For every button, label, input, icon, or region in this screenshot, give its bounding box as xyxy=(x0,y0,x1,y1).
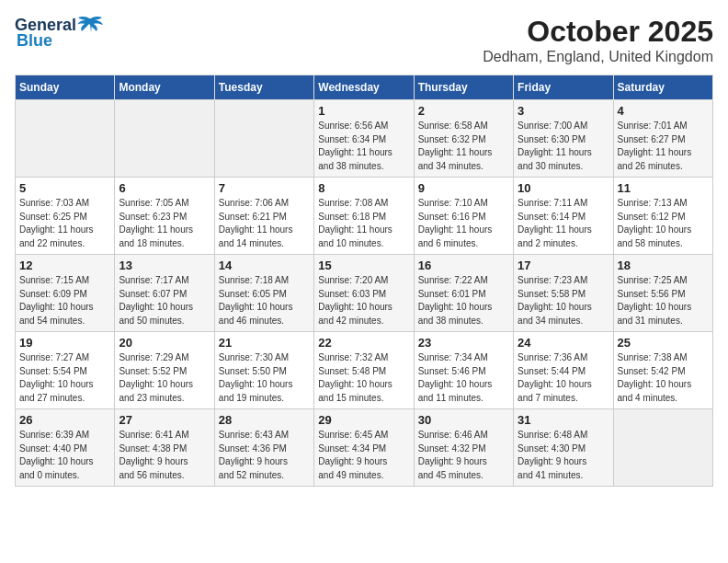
day-number: 23 xyxy=(418,336,509,350)
calendar-cell: 17Sunrise: 7:23 AM Sunset: 5:58 PM Dayli… xyxy=(514,255,613,332)
day-info: Sunrise: 7:22 AM Sunset: 6:01 PM Dayligh… xyxy=(418,274,509,327)
calendar-cell: 7Sunrise: 7:06 AM Sunset: 6:21 PM Daylig… xyxy=(214,178,313,255)
calendar-cell: 15Sunrise: 7:20 AM Sunset: 6:03 PM Dayli… xyxy=(314,255,414,332)
calendar-cell: 18Sunrise: 7:25 AM Sunset: 5:56 PM Dayli… xyxy=(613,255,712,332)
day-number: 4 xyxy=(618,104,709,118)
day-number: 13 xyxy=(119,259,210,272)
calendar-cell: 4Sunrise: 7:01 AM Sunset: 6:27 PM Daylig… xyxy=(613,100,712,178)
calendar-cell: 20Sunrise: 7:29 AM Sunset: 5:52 PM Dayli… xyxy=(115,332,214,409)
column-header-saturday: Saturday xyxy=(613,75,712,100)
calendar-cell: 12Sunrise: 7:15 AM Sunset: 6:09 PM Dayli… xyxy=(16,255,115,332)
day-number: 8 xyxy=(318,181,409,195)
calendar-cell xyxy=(214,100,313,178)
title-block: October 2025 Dedham, England, United Kin… xyxy=(483,15,713,65)
calendar-cell: 19Sunrise: 7:27 AM Sunset: 5:54 PM Dayli… xyxy=(16,332,115,409)
day-number: 5 xyxy=(19,181,110,195)
calendar-cell: 21Sunrise: 7:30 AM Sunset: 5:50 PM Dayli… xyxy=(214,332,313,409)
calendar-cell: 13Sunrise: 7:17 AM Sunset: 6:07 PM Dayli… xyxy=(115,255,214,332)
calendar-cell: 2Sunrise: 6:58 AM Sunset: 6:32 PM Daylig… xyxy=(414,100,513,178)
day-number: 30 xyxy=(418,413,509,427)
day-info: Sunrise: 6:39 AM Sunset: 4:40 PM Dayligh… xyxy=(19,429,110,482)
day-number: 22 xyxy=(318,336,409,350)
calendar-cell: 28Sunrise: 6:43 AM Sunset: 4:36 PM Dayli… xyxy=(214,409,313,487)
calendar-header-row: SundayMondayTuesdayWednesdayThursdayFrid… xyxy=(16,75,713,100)
day-info: Sunrise: 7:25 AM Sunset: 5:56 PM Dayligh… xyxy=(618,274,709,327)
day-number: 3 xyxy=(518,104,609,118)
day-info: Sunrise: 7:17 AM Sunset: 6:07 PM Dayligh… xyxy=(119,274,210,327)
calendar-cell xyxy=(16,100,115,178)
calendar-cell: 31Sunrise: 6:48 AM Sunset: 4:30 PM Dayli… xyxy=(514,409,613,487)
day-info: Sunrise: 6:56 AM Sunset: 6:34 PM Dayligh… xyxy=(318,120,409,173)
day-number: 18 xyxy=(618,259,709,272)
day-info: Sunrise: 7:08 AM Sunset: 6:18 PM Dayligh… xyxy=(318,197,409,250)
day-info: Sunrise: 7:29 AM Sunset: 5:52 PM Dayligh… xyxy=(119,351,210,405)
day-info: Sunrise: 7:06 AM Sunset: 6:21 PM Dayligh… xyxy=(219,197,310,250)
calendar-week-row: 12Sunrise: 7:15 AM Sunset: 6:09 PM Dayli… xyxy=(16,255,713,332)
day-number: 21 xyxy=(219,336,310,350)
logo-bird-icon xyxy=(78,15,104,35)
calendar-cell: 3Sunrise: 7:00 AM Sunset: 6:30 PM Daylig… xyxy=(514,100,613,178)
day-info: Sunrise: 6:48 AM Sunset: 4:30 PM Dayligh… xyxy=(518,429,609,482)
day-info: Sunrise: 7:32 AM Sunset: 5:48 PM Dayligh… xyxy=(318,351,409,405)
day-info: Sunrise: 7:05 AM Sunset: 6:23 PM Dayligh… xyxy=(119,197,210,250)
day-info: Sunrise: 7:38 AM Sunset: 5:42 PM Dayligh… xyxy=(618,351,709,405)
calendar-table: SundayMondayTuesdayWednesdayThursdayFrid… xyxy=(15,75,713,487)
calendar-cell: 8Sunrise: 7:08 AM Sunset: 6:18 PM Daylig… xyxy=(314,178,414,255)
day-number: 2 xyxy=(418,104,509,118)
calendar-cell: 14Sunrise: 7:18 AM Sunset: 6:05 PM Dayli… xyxy=(214,255,313,332)
day-info: Sunrise: 6:45 AM Sunset: 4:34 PM Dayligh… xyxy=(318,429,409,482)
day-info: Sunrise: 7:23 AM Sunset: 5:58 PM Dayligh… xyxy=(518,274,609,327)
day-info: Sunrise: 6:46 AM Sunset: 4:32 PM Dayligh… xyxy=(418,429,509,482)
page-container: General Blue October 2025 Dedham, Englan… xyxy=(0,0,728,494)
day-number: 28 xyxy=(219,413,310,427)
day-info: Sunrise: 7:00 AM Sunset: 6:30 PM Dayligh… xyxy=(518,120,609,173)
day-number: 7 xyxy=(219,181,310,195)
day-number: 27 xyxy=(119,413,210,427)
day-info: Sunrise: 6:41 AM Sunset: 4:38 PM Dayligh… xyxy=(119,429,210,482)
day-number: 11 xyxy=(618,181,709,195)
calendar-week-row: 5Sunrise: 7:03 AM Sunset: 6:25 PM Daylig… xyxy=(16,178,713,255)
day-number: 31 xyxy=(518,413,609,427)
day-info: Sunrise: 7:36 AM Sunset: 5:44 PM Dayligh… xyxy=(518,351,609,405)
day-info: Sunrise: 7:15 AM Sunset: 6:09 PM Dayligh… xyxy=(19,274,110,327)
day-number: 26 xyxy=(19,413,110,427)
day-number: 24 xyxy=(518,336,609,350)
calendar-week-row: 1Sunrise: 6:56 AM Sunset: 6:34 PM Daylig… xyxy=(16,100,713,178)
column-header-tuesday: Tuesday xyxy=(214,75,313,100)
day-info: Sunrise: 6:43 AM Sunset: 4:36 PM Dayligh… xyxy=(219,429,310,482)
calendar-cell xyxy=(115,100,214,178)
calendar-cell: 29Sunrise: 6:45 AM Sunset: 4:34 PM Dayli… xyxy=(314,409,414,487)
calendar-cell: 1Sunrise: 6:56 AM Sunset: 6:34 PM Daylig… xyxy=(314,100,414,178)
day-info: Sunrise: 7:13 AM Sunset: 6:12 PM Dayligh… xyxy=(618,197,709,250)
day-number: 6 xyxy=(119,181,210,195)
calendar-cell: 25Sunrise: 7:38 AM Sunset: 5:42 PM Dayli… xyxy=(613,332,712,409)
page-header: General Blue October 2025 Dedham, Englan… xyxy=(15,15,713,65)
day-number: 29 xyxy=(318,413,409,427)
day-number: 10 xyxy=(518,181,609,195)
calendar-cell: 30Sunrise: 6:46 AM Sunset: 4:32 PM Dayli… xyxy=(414,409,513,487)
column-header-thursday: Thursday xyxy=(414,75,513,100)
day-number: 16 xyxy=(418,259,509,272)
day-info: Sunrise: 7:03 AM Sunset: 6:25 PM Dayligh… xyxy=(19,197,110,250)
calendar-cell: 24Sunrise: 7:36 AM Sunset: 5:44 PM Dayli… xyxy=(514,332,613,409)
calendar-cell: 26Sunrise: 6:39 AM Sunset: 4:40 PM Dayli… xyxy=(16,409,115,487)
calendar-cell: 22Sunrise: 7:32 AM Sunset: 5:48 PM Dayli… xyxy=(314,332,414,409)
day-number: 9 xyxy=(418,181,509,195)
calendar-cell: 10Sunrise: 7:11 AM Sunset: 6:14 PM Dayli… xyxy=(514,178,613,255)
calendar-cell: 23Sunrise: 7:34 AM Sunset: 5:46 PM Dayli… xyxy=(414,332,513,409)
calendar-cell xyxy=(613,409,712,487)
logo-blue-text: Blue xyxy=(17,31,52,51)
day-info: Sunrise: 7:11 AM Sunset: 6:14 PM Dayligh… xyxy=(518,197,609,250)
calendar-cell: 27Sunrise: 6:41 AM Sunset: 4:38 PM Dayli… xyxy=(115,409,214,487)
logo: General Blue xyxy=(15,15,104,51)
day-info: Sunrise: 7:30 AM Sunset: 5:50 PM Dayligh… xyxy=(219,351,310,405)
day-number: 25 xyxy=(618,336,709,350)
calendar-cell: 9Sunrise: 7:10 AM Sunset: 6:16 PM Daylig… xyxy=(414,178,513,255)
day-info: Sunrise: 7:34 AM Sunset: 5:46 PM Dayligh… xyxy=(418,351,509,405)
day-info: Sunrise: 7:01 AM Sunset: 6:27 PM Dayligh… xyxy=(618,120,709,173)
day-info: Sunrise: 6:58 AM Sunset: 6:32 PM Dayligh… xyxy=(418,120,509,173)
day-number: 15 xyxy=(318,259,409,272)
calendar-cell: 11Sunrise: 7:13 AM Sunset: 6:12 PM Dayli… xyxy=(613,178,712,255)
day-info: Sunrise: 7:27 AM Sunset: 5:54 PM Dayligh… xyxy=(19,351,110,405)
calendar-cell: 5Sunrise: 7:03 AM Sunset: 6:25 PM Daylig… xyxy=(16,178,115,255)
